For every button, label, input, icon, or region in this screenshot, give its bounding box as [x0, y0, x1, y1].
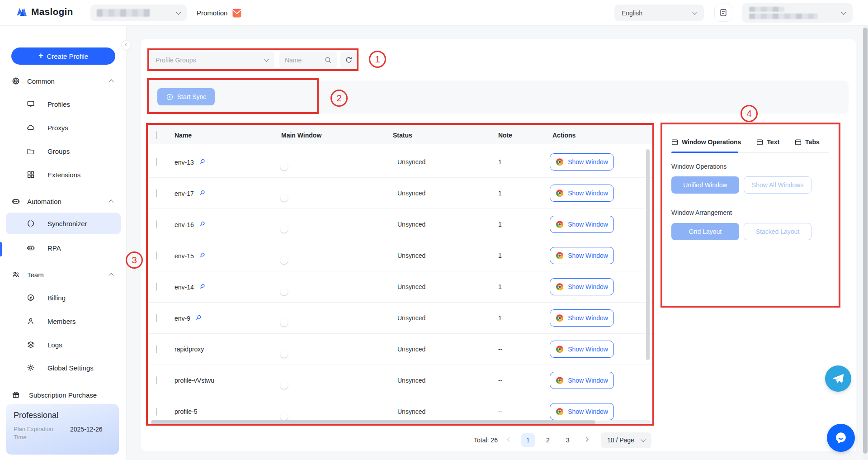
telegram-button[interactable] — [825, 365, 851, 392]
language-select[interactable]: English — [614, 5, 704, 21]
table-row: rapidproxy Unsynced -- — [149, 334, 652, 365]
sidebar-item-groups[interactable]: Groups — [0, 143, 127, 159]
refresh-button[interactable] — [340, 52, 357, 68]
col-name: Name — [175, 132, 192, 139]
grid-layout-button[interactable]: Grid Layout — [671, 223, 739, 240]
sidebar-item-profiles[interactable]: Profiles — [0, 96, 127, 112]
tab-window-operations[interactable]: Window Operations — [671, 138, 741, 146]
chevron-down-icon — [841, 9, 846, 14]
globe-icon — [12, 77, 20, 85]
plan-name: Professional — [14, 411, 111, 420]
status-text: Unsynced — [397, 221, 425, 228]
sidebar-item-synchronizer[interactable]: Synchronizer — [6, 213, 121, 234]
person-icon — [27, 317, 35, 325]
show-window-label: Show Window — [568, 252, 608, 259]
workspace-select[interactable] — [90, 5, 187, 21]
row-checkbox[interactable] — [156, 283, 157, 291]
name-search-input[interactable]: Name — [279, 52, 337, 68]
sidebar-item-extensions[interactable]: Extensions — [0, 166, 127, 183]
sidebar-item-billing[interactable]: Billing — [0, 289, 127, 306]
page-2-button[interactable]: 2 — [541, 433, 555, 447]
show-window-button[interactable]: Show Window — [550, 185, 614, 202]
tab-text[interactable]: Text — [756, 138, 779, 146]
sidebar-item-proxys[interactable]: Proxys — [0, 119, 127, 136]
start-sync-button[interactable]: Start Sync — [157, 88, 215, 105]
promotion-link[interactable]: Promotion — [197, 0, 242, 26]
show-window-label: Show Window — [568, 158, 608, 166]
create-profile-button[interactable]: + Create Profile — [11, 47, 115, 65]
unified-window-button[interactable]: Unified Window — [671, 176, 739, 194]
note-value: -- — [498, 377, 502, 384]
sidebar-section-automation[interactable]: Automation — [0, 193, 127, 209]
item-label: Groups — [47, 147, 70, 155]
profile-groups-select[interactable]: Profile Groups — [149, 52, 274, 68]
show-window-button[interactable]: Show Window — [550, 247, 614, 264]
pagination: Total: 26 1 2 3 10 / Page — [474, 432, 651, 448]
row-checkbox[interactable] — [156, 314, 157, 322]
sidebar-item-members[interactable]: Members — [0, 313, 127, 329]
play-circle-icon — [166, 93, 174, 101]
row-checkbox[interactable] — [156, 376, 157, 384]
total-count: Total: 26 — [474, 436, 498, 444]
scrollbar-thumb[interactable] — [151, 420, 595, 424]
section-title: Window Operations — [671, 163, 726, 170]
chevron-down-icon — [264, 57, 269, 62]
item-label: Profiles — [47, 100, 70, 108]
row-checkbox[interactable] — [156, 251, 157, 260]
docs-button[interactable] — [714, 4, 732, 22]
chrome-icon — [556, 158, 564, 166]
show-window-label: Show Window — [568, 190, 608, 197]
sidebar-item-logs[interactable]: Logs — [0, 337, 127, 353]
robot-icon — [12, 197, 20, 205]
row-checkbox[interactable] — [156, 220, 157, 228]
page-scrollbar[interactable] — [863, 26, 868, 460]
sidebar-section-team[interactable]: Team — [0, 266, 127, 283]
row-checkbox[interactable] — [156, 158, 157, 166]
operations-panel: Window Operations Text Tabs Window Opera… — [660, 123, 856, 451]
language-label: English — [622, 9, 642, 17]
note-value: 1 — [498, 158, 502, 166]
show-window-button[interactable]: Show Window — [550, 153, 614, 171]
sidebar-item-global-settings[interactable]: Global Settings — [0, 360, 127, 376]
show-window-button[interactable]: Show Window — [550, 372, 614, 389]
stacked-layout-button[interactable]: Stacked Layout — [744, 223, 811, 240]
row-checkbox[interactable] — [156, 189, 157, 197]
folder-icon — [27, 147, 35, 155]
item-label: Members — [47, 318, 76, 325]
chevron-up-icon — [108, 273, 113, 278]
row-checkbox[interactable] — [156, 408, 157, 416]
show-window-button[interactable]: Show Window — [550, 278, 614, 295]
sync-toolbar: Start Sync — [149, 81, 849, 114]
sidebar-collapse-button[interactable] — [121, 40, 131, 50]
show-window-button[interactable]: Show Window — [550, 403, 614, 420]
sidebar-section-common[interactable]: Common — [0, 73, 127, 89]
table-row: env-13 Unsynced 1 — [149, 147, 652, 178]
table-row: profile-vVstwu Unsynced -- — [149, 365, 652, 396]
show-window-button[interactable]: Show Window — [550, 216, 614, 233]
sidebar-item-subscription-purchase[interactable]: Subscription Purchase — [0, 387, 127, 403]
profile-name: env-13 — [175, 158, 194, 166]
brand-name: Maslogin — [31, 6, 73, 17]
show-window-button[interactable]: Show Window — [550, 309, 614, 327]
profile-name: profile-5 — [175, 408, 198, 415]
page-size-select[interactable]: 10 / Page — [601, 432, 651, 448]
select-all-checkbox[interactable] — [156, 131, 157, 139]
chrome-icon — [556, 408, 564, 416]
tab-tabs[interactable]: Tabs — [795, 138, 820, 146]
show-window-label: Show Window — [568, 221, 608, 228]
sidebar-item-rpa[interactable]: RPA — [0, 240, 127, 256]
show-all-windows-button[interactable]: Show All Windows — [744, 176, 811, 194]
table-vertical-scrollbar[interactable] — [646, 149, 650, 360]
row-checkbox[interactable] — [156, 345, 157, 353]
user-menu[interactable] — [742, 3, 853, 23]
prev-page-button[interactable] — [504, 433, 515, 447]
page-3-button[interactable]: 3 — [561, 433, 575, 447]
chat-support-button[interactable] — [827, 424, 855, 452]
page-1-button[interactable]: 1 — [521, 433, 535, 447]
show-window-button[interactable]: Show Window — [550, 341, 614, 358]
next-page-button[interactable] — [581, 433, 592, 447]
table-row: env-9 Unsynced 1 — [149, 303, 652, 334]
table-horizontal-scrollbar[interactable] — [151, 420, 651, 424]
page-scrollbar-thumb[interactable] — [863, 28, 868, 454]
grid-icon — [27, 171, 35, 179]
